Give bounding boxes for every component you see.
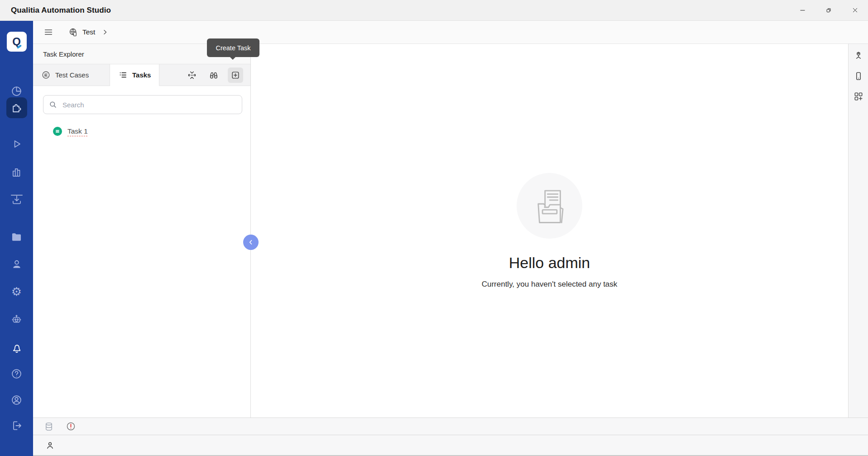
main-content: Hello admin Currently, you haven't selec… — [251, 44, 848, 418]
chevron-left-icon — [247, 239, 254, 246]
user-status-button[interactable] — [44, 439, 56, 451]
find-button[interactable] — [206, 67, 221, 83]
sidebar-item-reports[interactable] — [7, 163, 27, 182]
app-window: Qualitia Automation Studio Q — [0, 0, 868, 456]
web-mobile-project-icon — [68, 27, 78, 37]
puzzle-icon — [10, 102, 23, 114]
logout-icon — [11, 420, 23, 432]
user-statusbar — [33, 435, 868, 456]
task-type-icon — [53, 127, 62, 136]
task-list-item[interactable]: Task 1 — [53, 127, 88, 136]
statusbar — [33, 418, 868, 435]
database-status-button[interactable] — [43, 421, 55, 432]
search-icon — [49, 101, 57, 109]
add-widget-button[interactable] — [853, 91, 864, 102]
mobile-device-button[interactable] — [853, 70, 864, 82]
breadcrumb[interactable]: Test — [68, 27, 95, 37]
empty-state-illustration — [517, 173, 582, 239]
help-icon — [10, 368, 23, 380]
sidebar-item-notifications[interactable] — [7, 339, 27, 357]
sidebar-item-logout[interactable] — [7, 417, 27, 435]
bar-chart-icon — [11, 167, 23, 178]
robot-icon — [10, 313, 23, 326]
collapse-panel-button[interactable] — [243, 235, 259, 250]
sidebar-item-run[interactable] — [7, 135, 27, 153]
sidebar-item-help[interactable] — [7, 365, 27, 383]
sidebar-item-home[interactable]: Q — [7, 32, 27, 52]
account-icon — [10, 394, 23, 406]
pie-chart-icon — [10, 85, 23, 97]
sidebar-item-users[interactable] — [7, 255, 27, 274]
left-sidebar: Q ⚙︎ — [0, 21, 33, 456]
sidebar-item-settings[interactable]: ⚙︎ — [7, 283, 27, 301]
collapse-all-button[interactable] — [184, 67, 200, 83]
add-widget-icon — [853, 91, 864, 102]
add-icon — [230, 70, 240, 80]
search-box — [43, 95, 242, 114]
alert-icon — [66, 421, 76, 432]
collapse-all-icon — [187, 70, 197, 80]
breadcrumb-project-name: Test — [82, 28, 95, 36]
sidebar-item-import[interactable] — [7, 191, 27, 209]
greeting-heading: Hello admin — [509, 254, 590, 272]
mobile-device-icon — [853, 71, 864, 82]
find-icon — [209, 70, 219, 80]
create-task-button[interactable] — [228, 67, 243, 83]
folder-icon — [10, 231, 23, 243]
close-button[interactable] — [842, 0, 868, 20]
close-icon — [852, 7, 858, 14]
greeting-subtitle: Currently, you haven't selected any task — [482, 280, 618, 289]
explorer-toolbar — [159, 64, 250, 86]
chevron-right-icon — [101, 29, 109, 36]
restore-icon — [825, 7, 832, 14]
task-list-area: Task 1 — [33, 86, 250, 136]
minimize-button[interactable] — [789, 0, 815, 20]
tasks-list-icon — [118, 70, 128, 80]
tab-test-cases[interactable]: Test Cases — [33, 64, 110, 86]
breadcrumb-expand-button[interactable] — [101, 29, 109, 36]
tab-tasks[interactable]: Tasks — [110, 64, 159, 86]
sidebar-item-projects[interactable] — [7, 228, 27, 246]
search-input[interactable] — [43, 95, 242, 114]
window-controls — [789, 0, 868, 20]
restore-button[interactable] — [815, 0, 842, 20]
topbar: Test — [33, 21, 868, 44]
explorer-tabs: Test Cases Tasks — [33, 64, 250, 86]
titlebar: Qualitia Automation Studio — [0, 0, 868, 21]
gear-icon: ⚙︎ — [11, 286, 22, 298]
user-icon — [11, 259, 23, 270]
sidebar-item-bot[interactable] — [7, 310, 27, 328]
task-label: Task 1 — [67, 127, 88, 135]
test-cases-icon — [41, 70, 51, 80]
tab-tasks-label: Tasks — [132, 71, 151, 79]
sidebar-item-account[interactable] — [7, 391, 27, 409]
3d-object-icon — [853, 50, 864, 61]
right-rail — [848, 44, 868, 418]
sidebar-divider — [11, 195, 23, 196]
create-task-tooltip: Create Task — [207, 38, 259, 57]
alert-status-button[interactable] — [65, 421, 77, 432]
tab-test-cases-label: Test Cases — [55, 71, 89, 79]
3d-object-button[interactable] — [853, 50, 864, 62]
app-title: Qualitia Automation Studio — [11, 6, 111, 15]
qualitia-logo: Q — [12, 36, 21, 47]
bell-icon — [11, 342, 23, 354]
play-icon — [11, 138, 23, 150]
database-icon — [44, 422, 54, 432]
task-explorer-panel: Task Explorer Test Cases Tasks — [33, 44, 251, 418]
sidebar-item-tasks[interactable] — [6, 97, 27, 118]
menu-icon — [43, 27, 53, 37]
minimize-icon — [799, 7, 806, 14]
open-folder-icon — [529, 185, 570, 226]
user-icon — [45, 441, 55, 450]
menu-button[interactable] — [40, 24, 57, 40]
